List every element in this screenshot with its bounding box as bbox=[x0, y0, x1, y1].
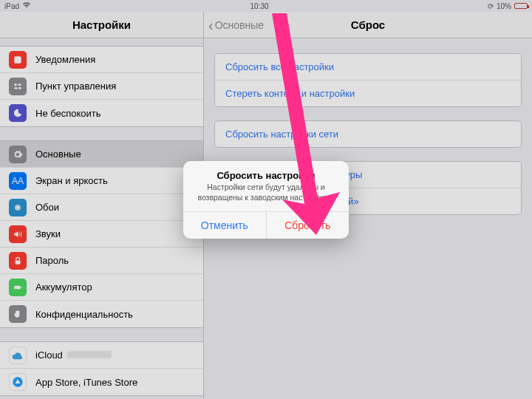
dialog-title: Сбросить настройки bbox=[183, 161, 349, 183]
confirm-dialog: Сбросить настройки Настройки сети будут … bbox=[183, 161, 349, 239]
cancel-button[interactable]: Отменить bbox=[183, 212, 267, 239]
dialog-body: Настройки сети будут удалены и возвращен… bbox=[183, 183, 349, 211]
confirm-button[interactable]: Сбросить bbox=[267, 212, 349, 239]
